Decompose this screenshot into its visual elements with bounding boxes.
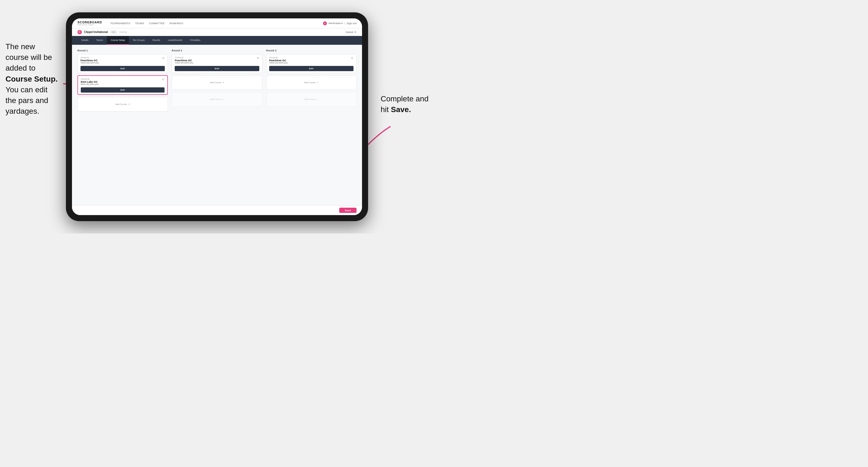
rounds-grid: Round 1 ⊞ (Course A) Peachtree GC Yellow… [78,49,356,114]
round1-course-b-edit-button[interactable]: Edit [81,87,164,93]
tab-teams[interactable]: Teams [92,36,107,45]
round-1-column: Round 1 ⊞ (Course A) Peachtree GC Yellow… [78,49,168,114]
tab-details[interactable]: Details [78,36,92,45]
round1-course-a-card: ⊞ (Course A) Peachtree GC Yellow (M) (66… [78,54,168,73]
tournament-info: C Clippd Invitational Men Hosting [78,30,127,34]
round-3-column: Round 3 ⊞ (Course A) Peachtree GC Yellow… [266,49,356,114]
tab-bar: Details Teams Course Setup Tee Groups Re… [72,36,362,45]
tab-results[interactable]: Results [149,36,164,45]
tab-tee-groups[interactable]: Tee Groups [129,36,149,45]
nav-right: B blair@clippd.io | Sign out [323,22,356,25]
nav-link-rankings[interactable]: RANKINGS [169,22,183,25]
nav-link-teams[interactable]: TEAMS [135,22,144,25]
annotation-left: The new course will be added to Course S… [5,41,58,117]
annotation-right: Complete and hit Save. [381,93,429,115]
tournament-bar: C Clippd Invitational Men Hosting Cancel… [72,28,362,36]
nav-brand: SCOREBOARD Powered by clippd TOURNAMENTS… [78,21,183,26]
nav-links: TOURNAMENTS TEAMS COMMITTEE RANKINGS [110,22,183,25]
round3-course-a-menu-icon[interactable]: ⊞ [350,56,354,60]
round3-course-a-card: ⊞ (Course A) Peachtree GC Yellow (M) (66… [266,54,356,73]
round2-course-a-menu-icon[interactable]: ⊞ [256,56,260,60]
round3-course-a-edit-button[interactable]: Edit [269,66,353,71]
tab-printables[interactable]: Printables [186,36,205,45]
tablet-device: SCOREBOARD Powered by clippd TOURNAMENTS… [66,12,368,221]
round3-add-course-card-1[interactable]: Add Course + [266,75,356,90]
cancel-button[interactable]: Cancel ✕ [346,31,356,33]
round2-course-a-card: ⊞ (Course A) Peachtree GC Yellow (M) (66… [172,54,262,73]
nav-link-tournaments[interactable]: TOURNAMENTS [110,22,130,25]
round2-add-course-card-1[interactable]: Add Course + [172,75,262,90]
scoreboard-logo: SCOREBOARD Powered by clippd [78,21,102,26]
bottom-bar: Save [72,205,362,215]
avatar: B [323,22,327,25]
round3-add-course-card-2: Add Course + [266,92,356,106]
round1-course-b-menu-icon[interactable]: ⊞ [161,77,165,81]
sign-out-link[interactable]: Sign out [347,22,356,25]
nav-link-committee[interactable]: COMMITTEE [149,22,165,25]
tablet-screen: SCOREBOARD Powered by clippd TOURNAMENTS… [72,19,362,215]
round1-course-a-menu-icon[interactable]: ⊞ [161,56,165,60]
tab-course-setup[interactable]: Course Setup [107,36,129,45]
clippd-logo: C [78,30,82,34]
round1-course-a-edit-button[interactable]: Edit [81,66,165,71]
round2-course-a-edit-button[interactable]: Edit [175,66,259,71]
round1-add-course-card[interactable]: Add Course + [78,97,168,112]
round1-course-b-card: ⊞ (Course B) East Lake GC Black (M) (689… [78,75,168,95]
round2-add-course-card-2: Add Course + [172,92,262,106]
save-button[interactable]: Save [339,208,356,213]
round-2-column: Round 2 ⊞ (Course A) Peachtree GC Yellow… [172,49,262,114]
main-content: Round 1 ⊞ (Course A) Peachtree GC Yellow… [72,45,362,205]
tab-leaderboards[interactable]: Leaderboards [164,36,186,45]
top-nav: SCOREBOARD Powered by clippd TOURNAMENTS… [72,19,362,28]
